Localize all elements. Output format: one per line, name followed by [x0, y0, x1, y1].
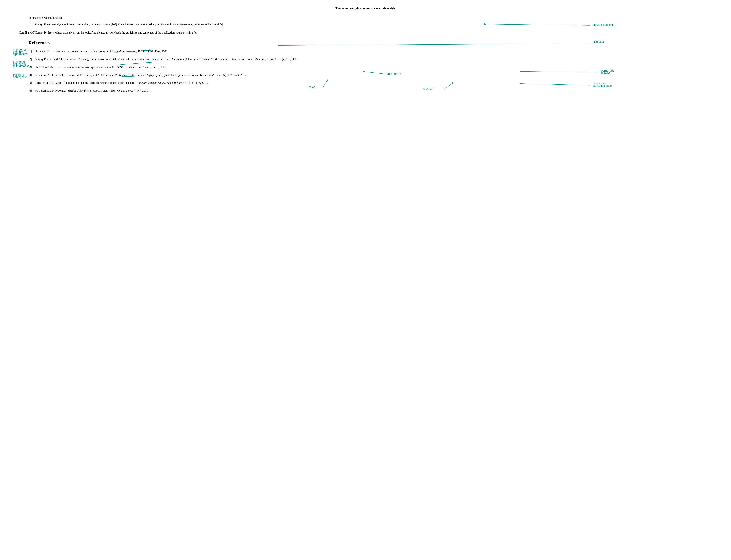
reference-item-5: [5] P Huston and Bck Choi. A guide to pu…: [28, 81, 690, 85]
ref-num-6: [6]: [28, 88, 35, 93]
reference-item-3: [3] Carlos Flores-Mir. 10 common mistake…: [28, 65, 690, 70]
quote-block: Always think carefully about the structu…: [35, 22, 677, 27]
order-label-line2: use, not: [13, 50, 23, 53]
body-paragraph: Cargill and O'Connor [6] have written ex…: [19, 30, 712, 35]
ref-text-6: M. Cargill and P. O'Connor. Writing Scie…: [35, 88, 690, 93]
ref-text-2: Antony Porcino and Albert Moraska. Avoid…: [35, 57, 690, 62]
order-label-line3: alphabetical: [13, 52, 28, 56]
ref-num-2: [2]: [28, 57, 35, 62]
intro-text: For example, we could write:: [28, 16, 722, 19]
ref-num-3: [3]: [28, 65, 35, 69]
ref-num-1: [1]: [28, 49, 35, 54]
references-heading: References: [28, 40, 722, 45]
reference-item-6: [6] M. Cargill and P. O'Connor. Writing …: [28, 88, 690, 93]
ref-text-5: P Huston and Bck Choi. A guide to publis…: [35, 81, 690, 85]
reference-item-2: [2] Antony Porcino and Albert Moraska. A…: [28, 57, 690, 62]
reference-item-1: [1] Ushma S. Neill. How to write a scien…: [28, 49, 690, 54]
references-list: [1] Ushma S. Neill. How to write a scien…: [28, 49, 690, 93]
ref-num-4: [4]: [28, 73, 35, 77]
ref-num-5: [5]: [28, 81, 35, 85]
ref-text-4: F. Ecarnot, M.-F. Seronde, R. Chopard, F…: [35, 73, 690, 78]
page-title: This is an example of a numerical citati…: [9, 6, 722, 10]
ref-text-1: Ushma S. Neill. How to write a scientifi…: [35, 49, 690, 54]
ref-text-3: Carlos Flores-Mir. 10 common mistakes in…: [35, 65, 690, 70]
initials-label-2: name) first: [13, 75, 27, 79]
initials-label-1: Initials (or: [13, 73, 25, 76]
fullname-label-line1: Full name,: [13, 60, 26, 63]
fullname-label-line3: (if in databse): [13, 65, 30, 68]
reference-item-4: [4] F. Ecarnot, M.-F. Seronde, R. Chopar…: [28, 73, 690, 78]
order-label-line1: in order of: [13, 48, 26, 51]
fullname-label-line2: not initials: [13, 62, 26, 65]
